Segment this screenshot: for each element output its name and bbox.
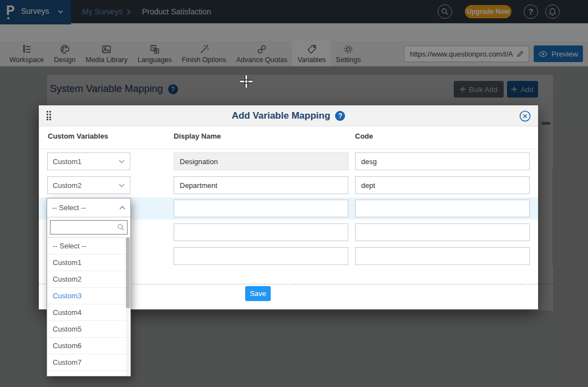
dropdown-option-select[interactable]: -- Select -- xyxy=(47,237,130,254)
modal-help-icon[interactable]: ? xyxy=(335,111,345,121)
dropdown-option-custom6[interactable]: Custom6 xyxy=(47,337,130,354)
dropdown-search-input[interactable] xyxy=(50,223,117,231)
chevron-down-icon xyxy=(119,160,125,164)
search-icon xyxy=(117,223,125,231)
display-name-input-row4[interactable] xyxy=(174,223,348,241)
close-icon[interactable] xyxy=(519,110,531,122)
dropdown-option-custom1[interactable]: Custom1 xyxy=(47,254,130,271)
variable-select-value: Custom2 xyxy=(53,181,82,190)
screen: P Surveys My Surveys Product Satisfactio… xyxy=(0,0,588,387)
save-button[interactable]: Save xyxy=(245,286,271,301)
variable-select-dropdown: -- Select -- -- Select -- Custom1 Custom… xyxy=(47,198,131,376)
dropdown-option-custom2[interactable]: Custom2 xyxy=(47,271,130,287)
dropdown-option-custom3[interactable]: Custom3 xyxy=(47,287,130,304)
modal-title-row: Add Variable Mapping ? xyxy=(39,105,538,126)
dropdown-option-partial xyxy=(47,370,130,376)
column-header-code: Code xyxy=(355,132,373,140)
dropdown-option-custom5[interactable]: Custom5 xyxy=(47,320,130,337)
column-header-display-name: Display Name xyxy=(174,132,221,140)
variable-select-row3[interactable]: -- Select -- xyxy=(47,198,130,217)
code-input-row4[interactable] xyxy=(355,223,530,241)
display-name-input-row1[interactable] xyxy=(174,152,348,170)
dropdown-option-list: -- Select -- Custom1 Custom2 Custom3 Cus… xyxy=(47,237,130,376)
column-header-custom-variables: Custom Variables xyxy=(48,132,108,140)
variable-select-row2[interactable]: Custom2 xyxy=(47,176,130,194)
dropdown-search-box xyxy=(50,220,128,235)
code-input-row1[interactable] xyxy=(355,152,530,170)
variable-select-row1[interactable]: Custom1 xyxy=(47,152,130,170)
display-name-input-row3[interactable] xyxy=(174,200,348,217)
code-input-row2[interactable] xyxy=(355,176,530,194)
display-name-input-row2[interactable] xyxy=(174,176,348,194)
dropdown-option-custom4[interactable]: Custom4 xyxy=(47,304,130,320)
variable-select-value: -- Select -- xyxy=(52,203,86,212)
chevron-down-icon xyxy=(119,184,125,187)
display-name-input-row5[interactable] xyxy=(174,247,348,265)
code-input-row3[interactable] xyxy=(355,200,530,217)
chevron-up-icon xyxy=(119,206,125,210)
header-divider xyxy=(39,149,538,149)
code-input-row5[interactable] xyxy=(355,247,530,265)
dropdown-scrollbar-thumb[interactable] xyxy=(126,237,130,308)
modal-title: Add Variable Mapping xyxy=(232,110,331,121)
variable-select-value: Custom1 xyxy=(53,157,82,166)
dropdown-option-custom7[interactable]: Custom7 xyxy=(47,354,130,370)
